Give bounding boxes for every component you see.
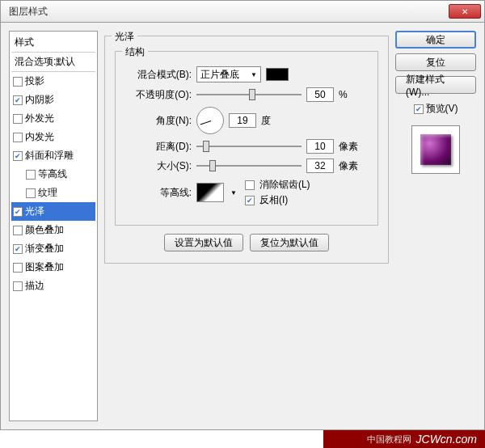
size-label: 大小(S): xyxy=(127,159,192,173)
set-default-button[interactable]: 设置为默认值 xyxy=(164,234,243,251)
antialias-checkbox[interactable] xyxy=(245,180,255,190)
structure-legend: 结构 xyxy=(122,45,148,59)
sidebar-item-0[interactable]: 投影 xyxy=(11,72,95,91)
sidebar-checkbox[interactable] xyxy=(13,226,23,235)
blend-mode-select[interactable]: 正片叠底 ▼ xyxy=(196,66,261,82)
sidebar-item-label: 投影 xyxy=(25,74,44,88)
angle-dial[interactable] xyxy=(196,107,224,134)
contour-picker[interactable] xyxy=(196,183,224,202)
sidebar-item-5[interactable]: 等高线 xyxy=(11,165,95,184)
angle-input[interactable]: 19 xyxy=(229,113,256,128)
sidebar-item-label: 斜面和浮雕 xyxy=(25,149,74,163)
sidebar-checkbox[interactable] xyxy=(26,170,36,180)
sidebar-item-10[interactable]: 图案叠加 xyxy=(11,258,95,277)
sidebar-item-2[interactable]: 外发光 xyxy=(11,109,95,128)
ok-button[interactable]: 确定 xyxy=(395,31,476,49)
opacity-slider[interactable] xyxy=(196,87,302,102)
watermark: 中国教程网 JCWcn.com xyxy=(323,430,485,448)
sidebar-item-3[interactable]: 内发光 xyxy=(11,128,95,146)
sidebar-item-label: 外发光 xyxy=(25,112,54,125)
opacity-input[interactable]: 50 xyxy=(306,87,334,102)
preview-label: 预览(V) xyxy=(426,102,458,116)
right-column: 确定 复位 新建样式(W)... ✔ 预览(V) xyxy=(395,31,476,421)
distance-slider[interactable] xyxy=(196,139,302,154)
distance-input[interactable]: 10 xyxy=(306,139,334,154)
preview-checkbox[interactable]: ✔ xyxy=(414,104,424,114)
sidebar-blend-default[interactable]: 混合选项:默认 xyxy=(11,53,95,72)
opacity-unit: % xyxy=(339,89,361,100)
sidebar-item-9[interactable]: ✔渐变叠加 xyxy=(11,239,95,258)
panel-title: 光泽 xyxy=(112,30,137,44)
chevron-down-icon: ▼ xyxy=(251,71,257,78)
window-title: 图层样式 xyxy=(9,5,449,19)
contour-label: 等高线: xyxy=(127,186,192,200)
size-unit: 像素 xyxy=(339,159,361,173)
blend-mode-value: 正片叠底 xyxy=(200,68,239,82)
cancel-button[interactable]: 复位 xyxy=(395,53,476,71)
sidebar-item-label: 图案叠加 xyxy=(25,260,64,274)
new-style-button[interactable]: 新建样式(W)... xyxy=(395,76,476,94)
sidebar-item-label: 光泽 xyxy=(25,205,44,218)
sidebar-item-label: 描边 xyxy=(25,279,44,293)
sidebar-item-6[interactable]: 纹理 xyxy=(11,184,95,202)
sidebar-item-8[interactable]: 颜色叠加 xyxy=(11,221,95,239)
sidebar-checkbox[interactable]: ✔ xyxy=(13,244,23,254)
close-icon: ✕ xyxy=(462,7,468,16)
sidebar-checkbox[interactable] xyxy=(26,188,36,198)
sidebar-item-label: 内阴影 xyxy=(25,93,54,107)
distance-label: 距离(D): xyxy=(127,140,192,154)
sidebar-checkbox[interactable] xyxy=(13,133,23,142)
blend-mode-label: 混合模式(B): xyxy=(127,68,192,82)
sidebar-checkbox[interactable]: ✔ xyxy=(13,207,23,217)
sidebar-item-7[interactable]: ✔光泽 xyxy=(11,202,95,221)
sidebar-checkbox[interactable] xyxy=(13,114,23,124)
color-swatch[interactable] xyxy=(266,68,289,81)
sidebar-item-label: 颜色叠加 xyxy=(25,223,64,237)
size-input[interactable]: 32 xyxy=(306,158,334,173)
angle-unit: 度 xyxy=(261,114,284,128)
antialias-label: 消除锯齿(L) xyxy=(259,178,310,192)
invert-checkbox[interactable]: ✔ xyxy=(245,196,255,205)
sidebar-checkbox[interactable] xyxy=(13,263,23,273)
distance-unit: 像素 xyxy=(339,140,361,154)
chevron-down-icon[interactable]: ▼ xyxy=(230,189,237,197)
sidebar-checkbox[interactable] xyxy=(13,281,23,291)
sidebar-header: 样式 xyxy=(11,33,95,53)
opacity-label: 不透明度(O): xyxy=(127,88,192,102)
sidebar-checkbox[interactable]: ✔ xyxy=(13,151,23,161)
titlebar: 图层样式 ✕ xyxy=(0,0,485,23)
sidebar-item-1[interactable]: ✔内阴影 xyxy=(11,91,95,109)
reset-default-button[interactable]: 复位为默认值 xyxy=(250,234,329,251)
size-slider[interactable] xyxy=(196,158,302,173)
sidebar-item-label: 内发光 xyxy=(25,130,54,144)
main-panel: 光泽 结构 混合模式(B): 正片叠底 ▼ 不透明度(O): xyxy=(104,31,389,421)
sidebar-item-4[interactable]: ✔斜面和浮雕 xyxy=(11,146,95,165)
sidebar-item-label: 纹理 xyxy=(38,186,57,200)
invert-label: 反相(I) xyxy=(259,193,288,207)
angle-label: 角度(N): xyxy=(127,114,192,128)
sidebar-checkbox[interactable]: ✔ xyxy=(13,95,23,105)
styles-sidebar: 样式 混合选项:默认 投影✔内阴影外发光内发光✔斜面和浮雕等高线纹理✔光泽颜色叠… xyxy=(9,31,98,421)
sidebar-item-11[interactable]: 描边 xyxy=(11,277,95,295)
sidebar-checkbox[interactable] xyxy=(13,77,23,87)
sidebar-item-label: 等高线 xyxy=(38,167,67,181)
preview-thumbnail xyxy=(411,125,460,174)
sidebar-item-label: 渐变叠加 xyxy=(25,242,64,256)
close-button[interactable]: ✕ xyxy=(449,4,481,19)
